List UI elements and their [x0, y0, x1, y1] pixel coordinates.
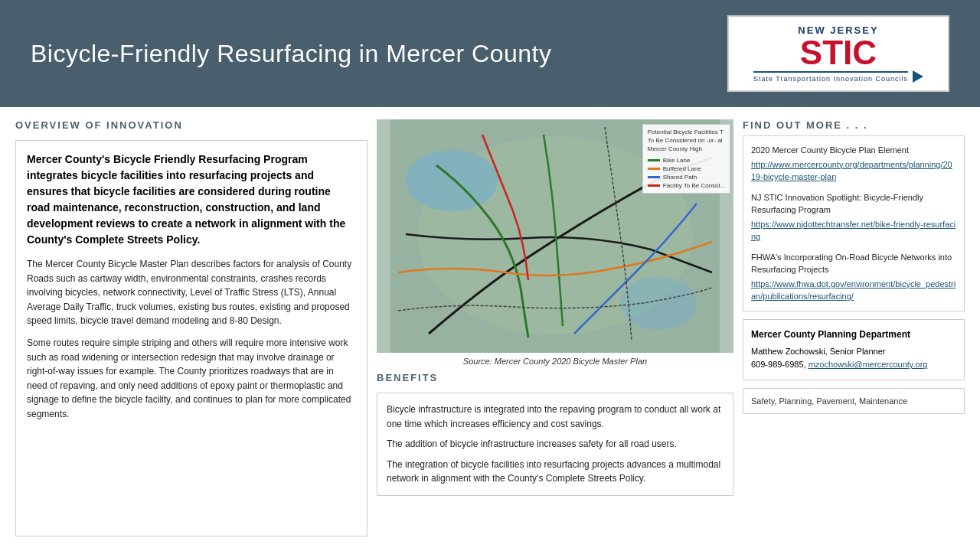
find-more-section: FIND OUT MORE . . . 2020 Mercer County B… — [743, 119, 965, 311]
overview-box: Mercer County's Bicycle Friendly Resurfa… — [15, 140, 368, 536]
find-more-item-1-title: 2020 Mercer County Bicycle Plan Element — [751, 144, 956, 157]
page-title: Bicycle-Friendly Resurfacing in Mercer C… — [31, 40, 552, 68]
benefits-box: Bicycle infrastructure is integrated int… — [377, 393, 733, 496]
find-more-item-2-title: NJ STIC Innovation Spotlight: Bicycle-Fr… — [751, 191, 956, 217]
main-content: OVERVIEW OF INNOVATION Mercer County's B… — [0, 107, 980, 551]
benefit-3: The integration of bicycle facilities in… — [387, 458, 724, 486]
contact-email[interactable]: mzochowski@mercercounty.org — [808, 360, 928, 369]
benefit-2: The addition of bicycle infrastructure i… — [387, 437, 724, 452]
overview-body2: Some routes require simple striping and … — [27, 336, 356, 422]
logo-stic-s: S — [800, 34, 822, 71]
middle-column: Potential Bicycle Facilities T To Be Con… — [377, 119, 733, 539]
tags-text: Safety, Planning, Pavement, Maintenance — [751, 396, 907, 406]
logo-stic-c: C — [852, 34, 877, 71]
logo-container: NEW JERSEY STIC State Transportation Inn… — [727, 15, 949, 92]
contact-box: Mercer County Planning Department Matthe… — [743, 319, 965, 380]
find-more-box: 2020 Mercer County Bicycle Plan Element … — [743, 135, 965, 311]
find-more-item-2: NJ STIC Innovation Spotlight: Bicycle-Fr… — [751, 191, 956, 243]
overview-body1: The Mercer County Bicycle Master Plan de… — [27, 257, 356, 328]
overview-lead-text: Mercer County's Bicycle Friendly Resurfa… — [27, 152, 356, 248]
map-legend-line1: Potential Bicycle Facilities T — [648, 128, 725, 136]
find-more-item-1: 2020 Mercer County Bicycle Plan Element … — [751, 144, 956, 184]
page-header: Bicycle-Friendly Resurfacing in Mercer C… — [0, 0, 980, 107]
benefits-title: BENEFITS — [377, 372, 733, 386]
contact-phone-row: 609-989-6985, mzochowski@mercercounty.or… — [751, 358, 956, 372]
contact-org: Mercer County Planning Department — [751, 328, 956, 342]
logo: NEW JERSEY STIC State Transportation Inn… — [753, 24, 923, 83]
contact-phone: 609-989-6985, — [751, 360, 806, 369]
right-column: FIND OUT MORE . . . 2020 Mercer County B… — [743, 119, 965, 539]
left-column: OVERVIEW OF INNOVATION Mercer County's B… — [15, 119, 368, 539]
logo-stic-i: I — [843, 34, 852, 71]
overview-section-title: OVERVIEW OF INNOVATION — [15, 119, 368, 134]
find-more-item-3: FHWA's Incorporating On-Road Bicycle Net… — [751, 251, 956, 303]
map-container: Potential Bicycle Facilities T To Be Con… — [377, 119, 733, 353]
find-more-item-3-link[interactable]: https://www.fhwa.dot.gov/environment/bic… — [751, 279, 956, 302]
logo-arrow-icon — [913, 70, 923, 83]
map-caption: Source: Mercer County 2020 Bicycle Maste… — [377, 353, 733, 372]
find-more-item-1-link[interactable]: http://www.mercercounty.org/departments/… — [751, 160, 952, 182]
logo-sub-text: State Transportation Innovation Councils — [753, 71, 908, 83]
benefits-section: BENEFITS Bicycle infrastructure is integ… — [377, 372, 733, 539]
benefit-1: Bicycle infrastructure is integrated int… — [387, 403, 724, 431]
svg-point-4 — [620, 276, 697, 330]
logo-stic-text: STIC — [753, 36, 923, 70]
contact-name: Matthew Zochowski, Senior Planner — [751, 345, 956, 359]
find-more-item-2-link[interactable]: https://www.njdottechtransfer.net/bike-f… — [751, 220, 956, 242]
find-more-title: FIND OUT MORE . . . — [743, 119, 965, 131]
find-more-item-3-title: FHWA's Incorporating On-Road Bicycle Net… — [751, 251, 956, 276]
map-legend-line2: To Be Considered on -or- al — [648, 136, 725, 145]
tags-box: Safety, Planning, Pavement, Maintenance — [743, 388, 965, 414]
map-legend: Potential Bicycle Facilities T To Be Con… — [642, 124, 730, 194]
svg-point-3 — [406, 150, 498, 211]
map-legend-line3: Mercer County High — [648, 145, 725, 153]
logo-stic-t: T — [822, 34, 843, 71]
